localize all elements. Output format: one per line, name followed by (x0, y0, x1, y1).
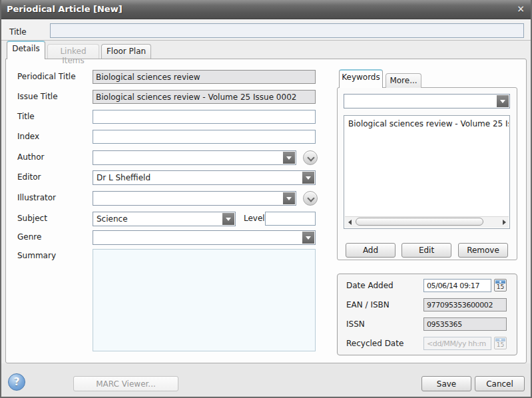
illustrator-combobox[interactable] (93, 191, 296, 206)
editor-label: Editor (17, 172, 41, 182)
close-icon[interactable]: × (517, 3, 525, 14)
keywords-combobox[interactable] (344, 94, 510, 108)
genre-dropdown-arrow-icon[interactable] (302, 232, 314, 244)
issn-label: ISSN (346, 319, 365, 329)
ean-isbn-field (423, 298, 507, 311)
scrollbar-thumb[interactable] (356, 218, 483, 226)
keywords-listbox[interactable]: Biological sciences review - Volume 25 I… (344, 115, 510, 229)
remove-button[interactable]: Remove (458, 243, 508, 258)
summary-textarea[interactable] (93, 249, 316, 351)
editor-dropdown-arrow-icon[interactable] (302, 172, 314, 184)
window-title: Periodical Article [New] (7, 4, 123, 14)
scroll-right-arrow-icon[interactable] (499, 217, 509, 227)
title-input[interactable] (50, 23, 524, 38)
periodical-article-dialog: Periodical Article [New] × Title Details… (0, 0, 532, 398)
subject-dropdown-arrow-icon[interactable] (222, 213, 234, 225)
edit-button[interactable]: Edit (401, 243, 451, 258)
level-input[interactable] (265, 212, 316, 226)
editor-combobox-value: Dr L Sheffield (97, 173, 300, 182)
subject-combobox-value: Science (97, 214, 220, 224)
cancel-button[interactable]: Cancel (475, 376, 525, 391)
issn-field (423, 317, 507, 331)
illustrator-label: Illustrator (17, 193, 56, 202)
date-added-label: Date Added (346, 281, 394, 290)
tab-details[interactable]: Details (7, 41, 45, 59)
tab-floor-plan[interactable]: Floor Plan (101, 44, 151, 59)
issue-title-field (93, 90, 316, 104)
author-label: Author (17, 152, 44, 162)
keywords-dropdown-arrow-icon[interactable] (497, 95, 509, 107)
author-dropdown-arrow-icon[interactable] (283, 152, 295, 164)
author-expand-button[interactable] (303, 150, 318, 165)
title-field-label: Title (9, 27, 27, 37)
periodical-title-label: Periodical Title (17, 72, 76, 81)
summary-label: Summary (17, 251, 56, 260)
scroll-left-arrow-icon[interactable] (345, 217, 355, 227)
genre-label: Genre (17, 232, 41, 242)
keywords-list-item[interactable]: Biological sciences review - Volume 25 I… (345, 117, 509, 130)
author-combobox[interactable] (93, 150, 296, 165)
horizontal-scrollbar[interactable] (345, 216, 509, 228)
details-tab-panel: Periodical Title Issue Title Title Index… (5, 59, 527, 363)
divider (0, 40, 532, 41)
index-input[interactable] (93, 130, 316, 144)
illustrator-expand-button[interactable] (303, 191, 318, 206)
tab-keywords[interactable]: Keywords (339, 69, 383, 88)
genre-combobox[interactable] (93, 230, 316, 245)
subject-combobox[interactable]: Science (93, 212, 236, 226)
editor-combobox[interactable]: Dr L Sheffield (93, 170, 316, 185)
date-added-calendar-icon[interactable]: 15 (494, 279, 507, 292)
tab-more[interactable]: More... (386, 73, 421, 88)
calendar-day-number: 15 (495, 341, 506, 348)
calendar-day-number: 15 (495, 284, 506, 290)
level-label: Level (244, 214, 265, 223)
title-bar[interactable]: Periodical Article [New] × (0, 0, 532, 19)
article-title-input[interactable] (93, 110, 316, 124)
recycled-date-calendar-icon: 15 (494, 337, 507, 349)
recycled-date-input[interactable] (423, 337, 491, 350)
save-button[interactable]: Save (421, 376, 471, 391)
illustrator-dropdown-arrow-icon[interactable] (283, 192, 295, 204)
periodical-title-field (93, 70, 316, 84)
help-icon[interactable]: ? (8, 373, 25, 391)
recycled-date-label: Recycled Date (346, 339, 403, 348)
add-button[interactable]: Add (346, 243, 396, 258)
index-label: Index (17, 132, 39, 141)
tab-linked-items: Linked Items (47, 44, 99, 59)
ean-isbn-label: EAN / ISBN (346, 300, 390, 309)
marc-viewer-button[interactable]: MARC Viewer... (73, 376, 178, 391)
issue-title-label: Issue Title (17, 92, 58, 101)
subject-label: Subject (17, 214, 47, 223)
article-title-label: Title (17, 112, 35, 121)
date-added-input[interactable] (423, 279, 491, 292)
